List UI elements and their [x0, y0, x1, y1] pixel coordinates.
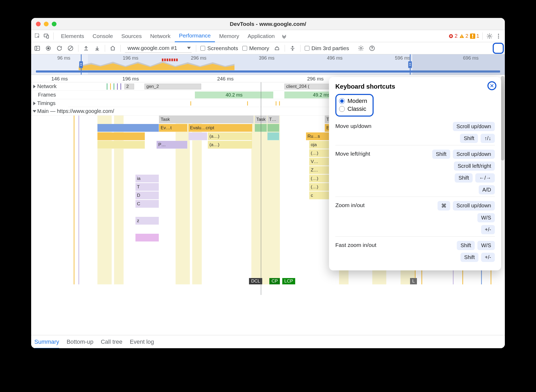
upload-icon[interactable] [83, 45, 90, 52]
vertical-scrollbar[interactable] [501, 76, 504, 160]
playhead-cursor [261, 82, 261, 295]
capture-settings-icon[interactable] [358, 45, 364, 52]
flame-block[interactable]: (a…) [208, 132, 252, 140]
tab-performance[interactable]: Performance [175, 30, 215, 42]
expand-icon[interactable] [33, 102, 36, 105]
minimap-tick: 496 ms [327, 55, 342, 61]
tab-sources[interactable]: Sources [117, 30, 146, 42]
recording-selector[interactable]: www.google.com #1 [125, 44, 192, 53]
tab-application[interactable]: Application [243, 30, 279, 42]
flame-block[interactable]: ia [135, 175, 159, 183]
tab-network[interactable]: Network [146, 30, 175, 42]
flame-block[interactable] [267, 132, 279, 140]
popover-title: Keyboard shortcuts [335, 83, 495, 90]
reload-record-icon[interactable] [56, 45, 63, 52]
more-tabs-icon[interactable] [280, 32, 288, 40]
network-label: Network [37, 83, 57, 89]
shortcut-label: Zoom in/out [335, 201, 365, 208]
svg-rect-2 [47, 35, 49, 38]
download-icon[interactable] [94, 45, 101, 52]
overview-handle-left[interactable] [79, 54, 83, 75]
details-tab-bottom-up[interactable]: Bottom-up [67, 338, 93, 345]
memory-checkbox[interactable]: Memory [242, 45, 269, 51]
minimap-tick: 396 ms [259, 55, 274, 61]
network-request[interactable]: 2 [124, 84, 134, 89]
status-errors[interactable]: 2 [448, 33, 458, 39]
record-icon[interactable] [45, 45, 52, 52]
tab-memory[interactable]: Memory [215, 30, 243, 42]
window-minimize-button[interactable] [44, 22, 49, 26]
flame-block[interactable] [97, 141, 145, 149]
flame-block[interactable]: P… [157, 141, 187, 149]
flame-block[interactable]: Ev…t [159, 124, 187, 132]
tab-console[interactable]: Console [88, 30, 117, 42]
keycap: Shift [460, 134, 478, 143]
screenshots-checkbox[interactable]: Screenshots [200, 45, 238, 51]
frames-label: Frames [38, 92, 56, 98]
toggle-sidebar-icon[interactable] [34, 45, 41, 52]
timing-badge-cp[interactable]: CP [269, 278, 280, 284]
network-request[interactable]: gen_2 [144, 84, 201, 89]
svg-point-9 [498, 37, 499, 39]
flame-block[interactable] [97, 124, 159, 132]
expand-icon[interactable] [33, 85, 36, 88]
device-toggle-icon[interactable] [43, 32, 50, 40]
dim-3rd-parties-checkbox[interactable]: Dim 3rd parties [305, 45, 349, 51]
timing-badge-l[interactable]: L [410, 278, 417, 284]
inspect-icon[interactable] [34, 32, 41, 40]
window-close-button[interactable] [36, 22, 41, 26]
status-issues[interactable]: 1 [470, 33, 479, 39]
kebab-menu-icon[interactable] [495, 32, 502, 40]
scheme-radio-classic[interactable]: Classic [339, 105, 367, 113]
flame-block[interactable] [267, 124, 279, 132]
svg-point-12 [47, 47, 49, 49]
timing-badge-dcl[interactable]: DCL [249, 278, 262, 284]
keycap: Shift [460, 253, 478, 262]
flame-block[interactable]: Task [159, 116, 254, 123]
help-icon[interactable] [369, 45, 375, 52]
timing-badge-lcp[interactable]: LCP [282, 278, 295, 284]
home-icon[interactable] [109, 45, 116, 52]
details-tab-event-log[interactable]: Event log [130, 338, 154, 345]
flame-block[interactable]: (a…) [208, 141, 252, 149]
flame-block[interactable] [97, 132, 145, 140]
tab-elements[interactable]: Elements [57, 30, 88, 42]
keycap: +/- [481, 253, 495, 262]
gc-icon[interactable] [274, 45, 280, 52]
overview-handle-right[interactable] [408, 54, 412, 75]
clear-icon[interactable] [67, 45, 74, 52]
keycap: A/D [479, 185, 495, 194]
svg-point-16 [372, 49, 372, 50]
keycap: +/- [481, 225, 495, 234]
flame-block[interactable]: z [135, 217, 159, 225]
keycap: Scroll up/down [453, 122, 495, 131]
flame-block[interactable] [189, 132, 208, 140]
flame-block[interactable]: T… [267, 116, 279, 123]
svg-rect-4 [462, 35, 462, 37]
flame-block[interactable] [135, 234, 159, 242]
flame-block[interactable]: D [135, 192, 159, 199]
svg-rect-10 [35, 46, 40, 50]
details-tabstrip: SummaryBottom-upCall treeEvent log [31, 335, 505, 348]
shortcut-scheme-radio-group: ModernClassic [335, 94, 374, 117]
keycap: ←/→ [475, 173, 495, 183]
flame-block[interactable]: C [135, 200, 159, 208]
scheme-radio-modern[interactable]: Modern [339, 97, 367, 105]
flame-block[interactable]: T [135, 183, 159, 191]
details-tab-summary[interactable]: Summary [34, 338, 59, 348]
ruler-tick: 196 ms [123, 76, 139, 82]
window-zoom-button[interactable] [52, 22, 57, 26]
collapse-icon[interactable] [289, 45, 296, 52]
svg-point-6 [489, 35, 491, 37]
settings-icon[interactable] [486, 32, 493, 40]
status-warnings[interactable]: 2 [459, 33, 468, 39]
keycap: Shift [457, 241, 475, 250]
popover-close-button[interactable] [487, 81, 496, 90]
frame[interactable]: 40.2 ms [195, 92, 274, 98]
collapse-icon[interactable] [33, 110, 36, 112]
ruler-tick: 296 ms [307, 76, 323, 82]
minimap-overview[interactable]: 96 ms196 ms296 ms396 ms496 ms596 ms696 m… [31, 54, 505, 75]
flame-block[interactable]: Evalu…cript [189, 124, 252, 132]
keycap: W/S [477, 213, 495, 222]
details-tab-call-tree[interactable]: Call tree [101, 338, 123, 345]
